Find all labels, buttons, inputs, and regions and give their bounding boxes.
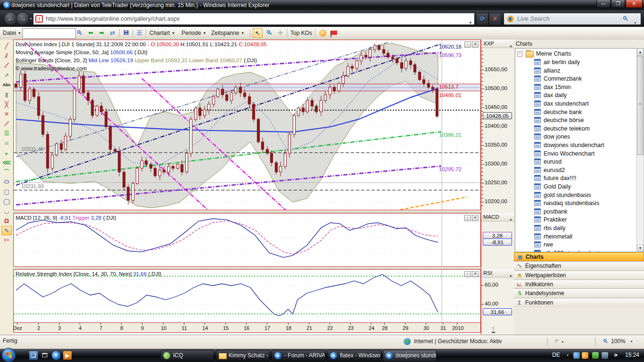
macd-axis-header[interactable]: MACD ▼ bbox=[481, 213, 514, 222]
refresh-button[interactable]: ⟳ bbox=[476, 13, 488, 25]
tray-app-icon-2[interactable] bbox=[582, 352, 588, 359]
macd-panel[interactable]: MACD [12, 26, 9] -8,91 Trigger 3,28 {.DJ… bbox=[13, 213, 481, 267]
search-symbol-icon[interactable]: 🔍︎ bbox=[74, 28, 84, 38]
scroll-down-icon[interactable]: ▼ bbox=[637, 245, 644, 252]
flag-icon[interactable] bbox=[329, 28, 339, 38]
macd-axis-dropdown-icon[interactable]: ▼ bbox=[509, 216, 512, 224]
multi-line-icon[interactable]: ≡ bbox=[1, 109, 12, 119]
settings-list-icon[interactable]: ☰ bbox=[134, 28, 144, 38]
help-icon[interactable]: ? bbox=[318, 28, 328, 38]
clock[interactable]: 15:24 bbox=[625, 352, 639, 358]
arc-fan-icon[interactable]: ⌒ bbox=[1, 168, 12, 177]
tree-item[interactable]: air berlin daily bbox=[515, 58, 635, 66]
start-button[interactable] bbox=[1, 348, 16, 362]
tree-item[interactable]: rwe bbox=[515, 240, 635, 249]
nav-history-dropdown-icon[interactable]: ▼ bbox=[29, 17, 33, 20]
ellipse-icon[interactable]: ⬭ bbox=[1, 177, 12, 187]
tree-item[interactable]: eurusd2 bbox=[515, 166, 635, 174]
window-titlebar[interactable]: e dowjones stundenchart | Daten von Tele… bbox=[0, 0, 644, 10]
tree-item[interactable]: postbank bbox=[515, 207, 635, 216]
symbol-input[interactable] bbox=[22, 28, 76, 39]
tray-expand-icon[interactable]: ‹ bbox=[567, 352, 569, 358]
panel-close-icon[interactable]: ✕ bbox=[472, 271, 479, 277]
tray-app-icon-1[interactable] bbox=[573, 352, 580, 359]
taskbar-button[interactable]: edowjones stundenc... bbox=[383, 350, 437, 362]
tree-item[interactable]: rheinmetall bbox=[515, 232, 635, 241]
delete-tool-icon[interactable]: ✄ bbox=[1, 236, 12, 245]
cross-lines-icon[interactable]: ╳ bbox=[1, 100, 12, 109]
tree-item[interactable]: dax stundenchart bbox=[515, 99, 635, 108]
price-panel[interactable]: Dow Jones Index [.DJI 1 Stunde] 31.12.20… bbox=[13, 40, 481, 210]
url-field[interactable]: ! http://www.tradesignalonline.com/galle… bbox=[33, 13, 475, 25]
tree-item[interactable]: s&p500 stundenchart bbox=[515, 249, 635, 252]
tree-item[interactable]: deutsche telekom bbox=[515, 124, 635, 133]
price-axis-header[interactable]: XXP ▼ bbox=[481, 40, 514, 48]
gann-line-icon[interactable]: ⟋ bbox=[1, 119, 12, 129]
sidebar-panel-funktionen[interactable]: ΣFunktionen bbox=[514, 298, 644, 307]
zoom-dropdown-icon[interactable]: ▼ bbox=[630, 340, 633, 343]
charts-tree[interactable]: −Meine Chartsair berlin dailyallianzComm… bbox=[515, 48, 643, 252]
volume-icon[interactable]: 🕪 bbox=[614, 352, 618, 358]
save-icon[interactable]: 💾︎ bbox=[121, 28, 131, 38]
time-axis[interactable]: Dez2347891011141516171821222324282930312… bbox=[13, 323, 481, 333]
back-button[interactable]: ← bbox=[4, 12, 17, 25]
trendline-icon[interactable]: ╱ bbox=[1, 41, 12, 51]
rsi-axis-header[interactable]: RSI ▼ bbox=[481, 269, 514, 278]
arrow-draw-icon[interactable]: ➚ bbox=[1, 71, 12, 80]
tree-expander-icon[interactable]: − bbox=[517, 51, 522, 57]
periode-menu[interactable]: Periode ▼ bbox=[182, 28, 206, 38]
fan-lines-icon[interactable]: ⋘ bbox=[1, 158, 12, 167]
rsi-axis-dropdown-icon[interactable]: ▼ bbox=[509, 272, 512, 280]
rectangle-icon[interactable]: ▢ bbox=[1, 187, 12, 197]
tree-item[interactable]: nasdaq stundenbasis bbox=[515, 199, 635, 207]
taskbar-button[interactable]: ICQ bbox=[160, 350, 214, 362]
reload-chart-icon[interactable]: ⇄ bbox=[107, 28, 117, 38]
quicklaunch-desktop-icon[interactable]: 🗔 bbox=[41, 351, 49, 360]
zeitspanne-menu[interactable]: Zeitspanne ▼ bbox=[211, 28, 245, 38]
forward-button[interactable]: → bbox=[16, 12, 30, 25]
edit-tool-icon[interactable]: ✎ bbox=[1, 226, 12, 235]
retracement-icon[interactable]: ☰ bbox=[1, 129, 12, 138]
tree-item[interactable]: Envio Wochenchart bbox=[515, 149, 635, 158]
text-tool-icon[interactable]: Abc bbox=[1, 80, 12, 90]
zoom-tool-button[interactable]: 🔍︎+ bbox=[264, 28, 274, 38]
tree-item[interactable]: deutsche börse bbox=[515, 116, 635, 124]
tree-scrollbar[interactable]: ▲ ▼ bbox=[636, 48, 644, 252]
panel-close-icon[interactable]: ✕ bbox=[472, 215, 479, 221]
time-zones-icon[interactable]: 𝍖 bbox=[1, 139, 12, 148]
parallel-lines-icon[interactable]: ⫽ bbox=[1, 51, 12, 61]
restore-button[interactable]: ❐ bbox=[611, 0, 625, 8]
sidebar-panel-charts[interactable]: ▦Charts bbox=[514, 252, 644, 261]
taskbar-button[interactable]: Kimmy Schatz - so I ... bbox=[216, 350, 270, 362]
tree-item[interactable]: Commerzbank bbox=[515, 74, 635, 83]
minimize-button[interactable]: — bbox=[596, 0, 611, 8]
tree-item[interactable]: rbs daily bbox=[515, 224, 635, 232]
rsi-panel[interactable]: Relative Strength Index [Close, 14, 30, … bbox=[13, 269, 481, 323]
datei-menu[interactable]: Datei ▼ bbox=[3, 28, 21, 38]
sidebar-panel-eigenschaften[interactable]: 🔧︎Eigenschaften bbox=[514, 261, 644, 271]
language-indicator[interactable]: DE bbox=[552, 352, 560, 358]
tree-item[interactable]: allianz bbox=[515, 66, 635, 75]
panel-maximize-icon[interactable]: ▫ bbox=[464, 215, 471, 221]
forward-chart-icon[interactable]: ➡ bbox=[97, 28, 107, 38]
tree-item[interactable]: dowjones stundenchart bbox=[515, 141, 635, 149]
magnet-icon[interactable]: Ω bbox=[1, 216, 12, 226]
tree-folder-meine-charts[interactable]: −Meine Charts bbox=[515, 49, 635, 58]
crosshair-tool-button[interactable]: ✛ bbox=[275, 28, 285, 38]
arc-icon[interactable]: ◡ bbox=[1, 206, 12, 216]
panel-maximize-icon[interactable]: ▫ bbox=[464, 271, 471, 277]
tree-item[interactable]: gold stundenbasis bbox=[515, 191, 635, 199]
zoom-level[interactable]: 100% bbox=[611, 338, 626, 345]
tree-item[interactable]: deutsche bank bbox=[515, 108, 635, 116]
scroll-thumb[interactable] bbox=[637, 56, 644, 155]
zoom-magnifier-icon[interactable]: 🔍︎ bbox=[603, 338, 608, 345]
ray-icon[interactable]: ⟋ bbox=[1, 61, 12, 70]
close-button[interactable]: ✕ bbox=[626, 0, 643, 8]
tree-item[interactable]: dow jones bbox=[515, 132, 635, 141]
battery-icon[interactable] bbox=[592, 352, 599, 359]
quicklaunch-ie-icon[interactable]: e bbox=[52, 351, 60, 360]
zigzag-icon[interactable]: 𝈁 bbox=[1, 148, 12, 158]
tree-item[interactable]: dax daily bbox=[515, 91, 635, 99]
search-magnifier-icon[interactable]: 🔍︎ bbox=[622, 13, 628, 25]
tree-item[interactable]: future dax!!!! bbox=[515, 174, 635, 182]
